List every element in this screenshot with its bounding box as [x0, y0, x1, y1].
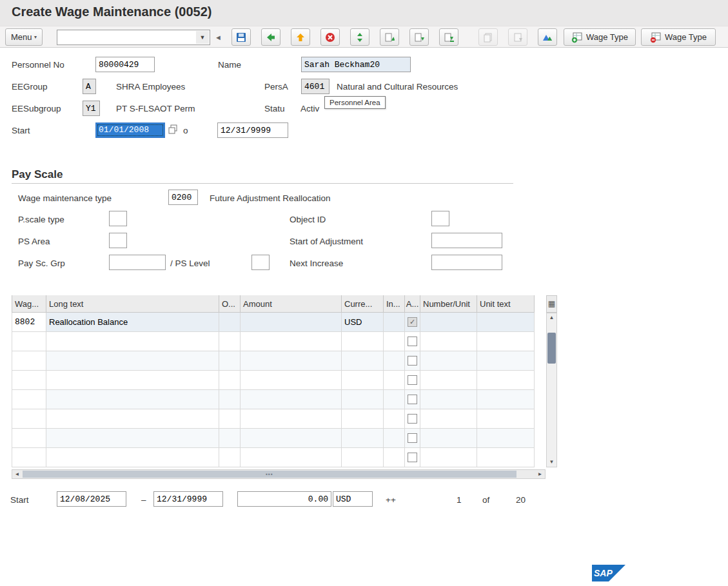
cell-o[interactable] — [219, 390, 241, 409]
col-header-currency[interactable]: Curre... — [342, 295, 384, 313]
object-id-field[interactable] — [431, 211, 449, 226]
start-of-adjustment-field[interactable] — [431, 233, 502, 248]
cell-wage-type[interactable] — [12, 332, 46, 351]
col-header-in[interactable]: In... — [384, 295, 405, 313]
cell-long-text[interactable] — [46, 332, 219, 351]
row-checkbox[interactable] — [408, 356, 417, 366]
cell-in[interactable] — [384, 332, 405, 351]
col-header-amount[interactable]: Amount — [241, 295, 342, 313]
cell-unit-text[interactable] — [477, 448, 535, 467]
cell-currency[interactable] — [342, 448, 384, 467]
cell-currency[interactable] — [342, 371, 384, 390]
cell-unit-text[interactable] — [477, 371, 535, 390]
back-button[interactable] — [261, 28, 280, 46]
cell-o[interactable] — [219, 448, 241, 467]
cell-wage-type[interactable]: 8802 — [12, 313, 46, 332]
copy-icon[interactable] — [167, 124, 179, 135]
cell-wage-type[interactable] — [12, 371, 46, 390]
cell-unit-text[interactable] — [477, 351, 535, 371]
row-checkbox[interactable] — [408, 453, 417, 462]
cell-long-text[interactable] — [46, 390, 219, 409]
first-record-button[interactable] — [350, 28, 369, 46]
cell-long-text[interactable] — [46, 371, 219, 390]
cell-currency[interactable] — [342, 332, 384, 351]
start-date-field[interactable]: 01/01/2008 — [95, 122, 165, 138]
cell-in[interactable] — [384, 371, 405, 390]
cell-number-unit[interactable] — [420, 371, 477, 390]
row-checkbox[interactable] — [408, 337, 417, 346]
row-checkbox[interactable] — [408, 375, 417, 385]
cell-unit-text[interactable] — [477, 313, 535, 332]
scroll-right-icon[interactable]: ► — [535, 470, 545, 478]
cell-amount[interactable] — [241, 448, 342, 467]
cell-long-text[interactable] — [46, 409, 219, 429]
cell-unit-text[interactable] — [477, 390, 535, 409]
table-row[interactable] — [12, 390, 557, 409]
overview-button[interactable] — [538, 28, 557, 46]
next-record-button[interactable] — [409, 28, 429, 46]
next-increase-field[interactable] — [431, 255, 502, 270]
cell-unit-text[interactable] — [477, 332, 535, 351]
cell-long-text[interactable] — [46, 448, 219, 467]
table-row[interactable] — [12, 351, 557, 371]
ps-level-field[interactable] — [251, 255, 270, 270]
cell-amount[interactable] — [241, 313, 342, 332]
cell-currency[interactable] — [342, 409, 384, 429]
cell-number-unit[interactable] — [420, 351, 477, 371]
cell-number-unit[interactable] — [420, 332, 477, 351]
previous-record-button[interactable] — [380, 28, 399, 46]
table-row[interactable] — [12, 371, 557, 390]
cell-wage-type[interactable] — [12, 409, 46, 429]
horizontal-scroll-thumb[interactable]: ▪▪▪ — [23, 471, 516, 478]
cell-wage-type[interactable] — [12, 390, 46, 409]
cell-amount[interactable] — [241, 371, 342, 390]
cell-currency[interactable] — [342, 351, 384, 371]
scroll-down-icon[interactable]: ▼ — [547, 458, 556, 467]
cell-o[interactable] — [219, 429, 241, 448]
cell-in[interactable] — [384, 429, 405, 448]
footer-amount-field[interactable]: 0.00 — [237, 491, 331, 507]
cell-amount[interactable] — [241, 390, 342, 409]
save-button[interactable] — [231, 28, 251, 46]
cell-long-text[interactable] — [46, 429, 219, 448]
col-header-number-unit[interactable]: Number/Unit — [420, 295, 477, 313]
horizontal-scrollbar[interactable]: ◄ ▪▪▪ ► — [12, 469, 546, 479]
cell-currency[interactable]: USD — [342, 313, 384, 332]
cell-in[interactable] — [384, 390, 405, 409]
col-header-o[interactable]: O... — [219, 295, 241, 313]
table-row[interactable] — [12, 429, 557, 448]
cell-o[interactable] — [219, 351, 241, 371]
cell-long-text[interactable] — [46, 351, 219, 371]
command-field[interactable]: ▼ — [57, 30, 210, 45]
cell-in[interactable] — [384, 313, 405, 332]
wage-type-delete-button[interactable]: Wage Type — [641, 28, 716, 46]
cancel-button[interactable] — [320, 28, 340, 46]
table-row[interactable] — [12, 448, 557, 467]
menu-button[interactable]: Menu ▾ — [5, 28, 43, 46]
end-date-field[interactable]: 12/31/9999 — [217, 122, 288, 138]
vertical-scrollbar[interactable]: ▲ ▼ — [546, 313, 557, 467]
row-checkbox[interactable] — [408, 395, 417, 404]
cell-o[interactable] — [219, 409, 241, 429]
row-checkbox[interactable] — [408, 414, 417, 424]
vertical-scroll-thumb[interactable] — [547, 333, 556, 364]
col-header-long-text[interactable]: Long text — [46, 295, 219, 313]
cell-in[interactable] — [384, 448, 405, 467]
table-row[interactable] — [12, 409, 557, 429]
cell-amount[interactable] — [241, 332, 342, 351]
wage-type-insert-button[interactable]: Wage Type — [564, 28, 636, 46]
last-record-button[interactable] — [439, 28, 458, 46]
table-row[interactable]: 8802 Reallocation Balance USD ✓ — [12, 313, 557, 332]
cell-o[interactable] — [219, 371, 241, 390]
cell-amount[interactable] — [241, 409, 342, 429]
scroll-left-icon[interactable]: ◄ — [12, 470, 22, 478]
cell-currency[interactable] — [342, 429, 384, 448]
cell-amount[interactable] — [241, 429, 342, 448]
cell-amount[interactable] — [241, 351, 342, 371]
exit-button[interactable] — [291, 28, 310, 46]
pscale-type-field[interactable] — [109, 211, 127, 226]
ps-area-field[interactable] — [109, 233, 127, 248]
cell-in[interactable] — [384, 351, 405, 371]
cell-wage-type[interactable] — [12, 448, 46, 467]
cell-number-unit[interactable] — [420, 448, 477, 467]
